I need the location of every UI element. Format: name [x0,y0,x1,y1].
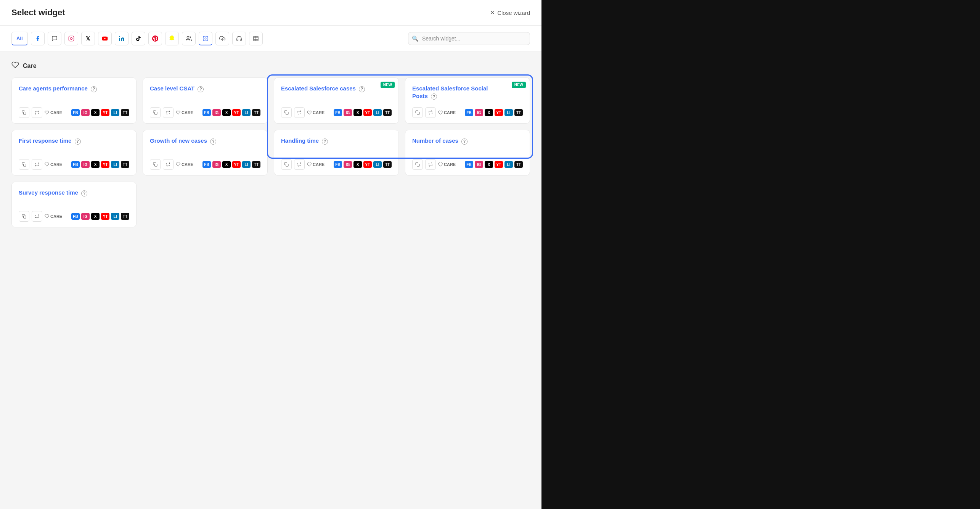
share-button[interactable] [425,107,436,118]
widget-actions: CARE [412,107,456,118]
svg-rect-21 [417,164,420,167]
copy-button[interactable] [19,159,29,170]
filter-upload[interactable] [215,32,229,45]
share-button[interactable] [294,107,305,118]
filter-grid[interactable] [199,32,212,45]
filter-x[interactable]: 𝕏 [81,32,95,45]
filter-tiktok[interactable] [132,32,145,45]
widget-actions: CARE [19,159,62,170]
widget-tags: FB IG X YT LI TT [334,161,392,168]
filter-group[interactable] [182,32,196,45]
copy-button[interactable] [281,107,292,118]
filter-instagram[interactable] [64,32,78,45]
widget-actions: CARE [281,159,325,170]
help-icon[interactable]: ? [210,139,216,145]
share-button[interactable] [294,159,305,170]
widget-case-level-csat[interactable]: Case level CSAT ? [143,77,268,124]
widget-title: Number of cases ? [412,137,523,145]
care-label: CARE [45,162,62,167]
widget-survey-response-time[interactable]: Survey response time ? [11,182,137,227]
share-button[interactable] [32,159,42,170]
widget-tags: FB IG X YT LI TT [465,161,523,168]
svg-rect-22 [24,216,26,219]
share-button[interactable] [425,159,436,170]
svg-rect-19 [155,164,157,167]
filter-facebook[interactable] [31,32,45,45]
section-title: Care [23,63,37,69]
svg-rect-17 [417,112,420,115]
help-icon[interactable]: ? [322,139,328,145]
search-input[interactable] [408,32,530,45]
widget-escalated-salesforce-social-posts[interactable]: NEW Escalated Salesforce Social Posts ? [405,77,530,124]
care-label: CARE [438,110,456,115]
widget-actions: CARE [412,159,456,170]
help-icon[interactable]: ? [81,190,87,197]
copy-button[interactable] [19,107,29,118]
page-title: Select widget [11,8,65,18]
copy-button[interactable] [150,159,161,170]
copy-button[interactable] [281,159,292,170]
share-button[interactable] [163,159,174,170]
copy-button[interactable] [412,107,423,118]
filter-pinterest[interactable] [148,32,162,45]
filter-headset[interactable] [232,32,246,45]
filter-linkedin[interactable] [115,32,129,45]
widget-growth-of-new-cases[interactable]: Growth of new cases ? [143,130,268,176]
widget-care-agents-performance[interactable]: Care agents performance ? [11,77,137,124]
widget-escalated-salesforce-cases[interactable]: NEW Escalated Salesforce cases ? [274,77,399,124]
svg-rect-18 [24,164,26,167]
copy-button[interactable] [412,159,423,170]
search-icon: 🔍 [412,35,418,42]
close-wizard-button[interactable]: ✕ Close wizard [490,9,530,16]
widget-title: Growth of new cases ? [150,137,260,145]
widget-actions: CARE [150,159,193,170]
filter-snapchat[interactable] [165,32,179,45]
new-badge: NEW [381,82,395,88]
help-icon[interactable]: ? [75,139,81,145]
widget-tags: FB IG X YT LI TT [465,109,523,116]
widget-first-response-time[interactable]: First response time ? [11,130,137,176]
help-icon[interactable]: ? [91,86,97,92]
help-icon[interactable]: ? [431,93,437,100]
widget-title: Escalated Salesforce cases ? [281,85,392,92]
section-header: Care [11,61,530,71]
widget-actions: CARE [150,107,193,118]
care-label: CARE [45,214,62,219]
svg-rect-14 [24,112,26,115]
filter-all[interactable]: All [11,32,28,45]
widget-title: Handling time ? [281,137,392,145]
filter-chat[interactable] [48,32,61,45]
care-label: CARE [307,110,325,115]
widget-actions: CARE [19,107,62,118]
widget-tags: FB IG X YT LI TT [71,161,129,168]
share-button[interactable] [32,107,42,118]
filter-table[interactable] [249,32,263,45]
share-button[interactable] [32,211,42,222]
care-section-icon [11,61,19,71]
copy-button[interactable] [150,107,161,118]
help-icon[interactable]: ? [198,86,204,92]
widget-tags: FB IG X YT LI TT [202,161,260,168]
filter-bar: All 𝕏 [0,26,541,52]
widget-title: Survey response time ? [19,189,129,197]
widget-tags: FB IG X YT LI TT [334,109,392,116]
help-icon[interactable]: ? [359,86,365,92]
svg-rect-15 [155,112,157,115]
widget-tags: FB IG X YT LI TT [202,109,260,116]
close-icon: ✕ [490,9,495,16]
copy-button[interactable] [19,211,29,222]
widget-number-of-cases[interactable]: Number of cases ? [405,130,530,176]
widget-actions: CARE [19,211,62,222]
help-icon[interactable]: ? [461,139,468,145]
care-label: CARE [438,162,456,167]
widget-actions: CARE [281,107,325,118]
svg-rect-8 [206,39,208,41]
svg-rect-16 [286,112,289,115]
svg-rect-20 [286,164,289,167]
care-label: CARE [45,110,62,115]
svg-rect-6 [206,36,208,38]
share-button[interactable] [163,107,174,118]
widget-handling-time[interactable]: Handling time ? [274,130,399,176]
filter-youtube[interactable] [98,32,112,45]
svg-rect-7 [203,39,205,41]
